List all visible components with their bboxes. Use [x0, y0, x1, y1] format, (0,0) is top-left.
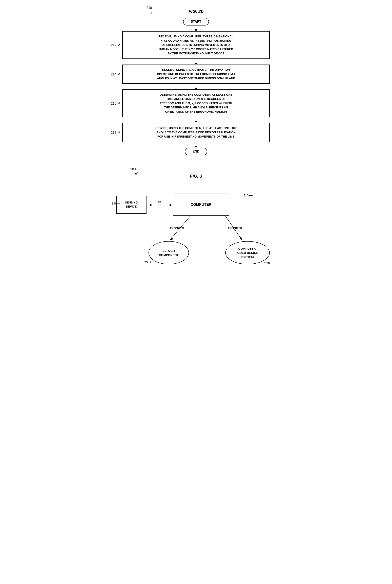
ref-322: 322 — [144, 260, 148, 264]
arrow-5 — [196, 142, 196, 148]
ref-330: 330 — [265, 261, 270, 265]
step-218-box: PROVIDE, USING THE COMPUTER, THE AT LEAS… — [122, 123, 270, 142]
step-214-box: RECEIVE, USING THE COMPUTER, INFORMATION… — [122, 65, 270, 84]
server-component-oval: SERVER COMPONENT — [148, 241, 189, 264]
ref-218: 218 ↗ — [106, 130, 122, 135]
arrow-300: ↙ — [135, 171, 138, 176]
arrow-4 — [196, 117, 196, 123]
ref-210: 210 — [146, 6, 152, 10]
svg-text:EXECUTES: EXECUTES — [228, 226, 242, 230]
arrow-1 — [196, 26, 196, 31]
step-218-row: 218 ↗ PROVIDE, USING THE COMPUTER, THE A… — [106, 123, 286, 142]
ref-340: 340 — [112, 202, 117, 205]
arrow-2 — [196, 59, 196, 65]
svg-text:EXECUTES: EXECUTES — [170, 226, 184, 230]
step-212-row: 212 ↗ RECEIVE, USING A COMPUTER, THREE-D… — [106, 31, 286, 59]
fig2b-section: 210 ↙ FIG. 2b START 212 ↗ RECEIVE, USING… — [106, 4, 286, 155]
ref-216: 216 ↗ — [106, 101, 122, 106]
svg-text:USB: USB — [156, 201, 161, 204]
svg-marker-2 — [149, 204, 152, 206]
step-216-box: DETERMINE, USING THE COMPUTER, AT LEAST … — [122, 89, 270, 117]
step-214-row: 214 ↗ RECEIVE, USING THE COMPUTER, INFOR… — [106, 65, 286, 84]
svg-marker-1 — [170, 204, 172, 206]
arrow-210: ↙ — [150, 10, 154, 15]
cad-system-oval: COMPUTER- AIDED DESIGN SYSTEM — [225, 241, 270, 264]
sensing-device-box: SENSING DEVICE — [116, 196, 146, 214]
fig3-diagram: USB EXECUTES EXECUTES SENSING DEVICE 340… — [106, 182, 286, 267]
svg-marker-4 — [170, 237, 173, 240]
step-216-row: 216 ↗ DETERMINE, USING THE COMPUTER, AT … — [106, 89, 286, 117]
fig3-title: FIG. 3 — [106, 174, 286, 179]
ref-214: 214 ↗ — [106, 72, 122, 77]
arrow-3 — [196, 84, 196, 89]
fig3-section: 300 ↙ FIG. 3 USB EXECUTES EX — [106, 167, 286, 267]
fig2b-title: FIG. 2b — [106, 9, 286, 14]
flowchart-2b: START 212 ↗ RECEIVE, USING A COMPUTER, T… — [106, 18, 286, 155]
computer-box: COMPUTER — [173, 194, 229, 216]
ref-310: 310 — [244, 194, 248, 197]
ref-212: 212 ↗ — [106, 43, 122, 47]
start-oval: START — [183, 18, 209, 26]
end-oval: END — [185, 148, 207, 155]
step-212-box: RECEIVE, USING A COMPUTER, THREE-DIMENSI… — [122, 31, 270, 59]
